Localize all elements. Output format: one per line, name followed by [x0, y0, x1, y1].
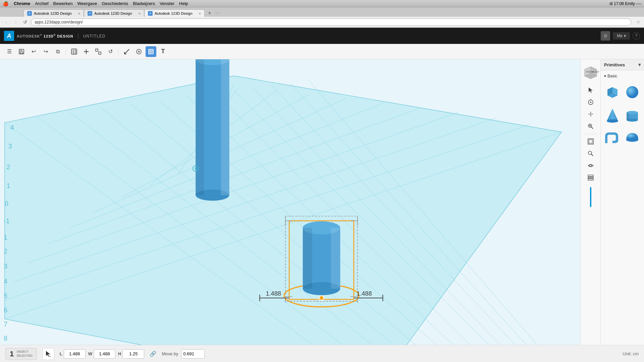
view-accent-bar [590, 187, 591, 207]
svg-marker-134 [46, 351, 50, 357]
copy-button[interactable]: ⧉ [52, 46, 63, 57]
view-controls: FRONT RIGHT [580, 59, 600, 345]
tab-close-3[interactable]: × [199, 11, 201, 15]
tab-3[interactable]: A Autodesk 123D Design × [144, 9, 205, 17]
svg-text:3: 3 [8, 142, 12, 150]
svg-point-133 [626, 138, 638, 142]
menu-help[interactable]: Help [179, 1, 188, 6]
mac-menubar: 🍎 Chrome Archief Bewerken Weergave Gesch… [0, 0, 644, 7]
undo-button[interactable]: ↩ [28, 46, 39, 57]
viewport[interactable]: 4 3 2 1 0 -1 1 2 3 4 5 6 7 8 9 10 [0, 59, 580, 345]
view-search-button[interactable] [585, 148, 596, 159]
select-tool-button[interactable] [585, 85, 596, 96]
menu-venster[interactable]: Venster [160, 1, 174, 6]
svg-point-109 [590, 102, 591, 103]
help-button[interactable]: ? [633, 32, 640, 40]
svg-marker-127 [607, 109, 618, 121]
app-header: A AUTODESK® 123D® DESIGN | UNTITLED ⚙ Me… [0, 28, 644, 44]
url-bar[interactable]: apps.123dapp.com/design/ [31, 18, 631, 26]
menu-button[interactable]: ☰ [4, 46, 15, 57]
tab-close-2[interactable]: × [139, 11, 141, 15]
svg-text:8: 8 [4, 335, 7, 342]
pan-button[interactable] [585, 109, 596, 120]
primitives-title: Primitives [604, 62, 625, 67]
snap-button[interactable] [93, 46, 104, 57]
height-field: H [118, 349, 144, 359]
back-button[interactable]: ‹ [3, 18, 10, 26]
menu-bewerken[interactable]: Bewerken [53, 1, 73, 6]
reload-button[interactable]: ↺ [21, 18, 29, 26]
tab-favicon-3: A [148, 11, 153, 16]
redo-button[interactable]: ↪ [40, 46, 51, 57]
add-shape-button[interactable] [81, 46, 92, 57]
primitive-hemisphere[interactable] [623, 127, 642, 149]
svg-text:7: 7 [4, 320, 7, 328]
tab-title-3: Autodesk 123D Design [155, 11, 197, 15]
selected-count: 1 [10, 350, 14, 358]
zoom-button[interactable] [585, 121, 596, 132]
svg-text:2: 2 [4, 247, 7, 255]
primitive-cone[interactable] [603, 104, 622, 126]
tab-title-2: Autodesk 123D Design [94, 11, 137, 15]
svg-text:1.488: 1.488 [357, 290, 372, 297]
primitives-collapse-icon[interactable]: ▾ [638, 62, 641, 67]
view-cube[interactable]: FRONT RIGHT [581, 62, 600, 81]
primitive-sphere[interactable] [623, 81, 642, 103]
grid-button[interactable] [69, 46, 79, 57]
material-button[interactable] [133, 46, 144, 57]
h-label: H [118, 351, 121, 356]
viewport-svg: 4 3 2 1 0 -1 1 2 3 4 5 6 7 8 9 10 [0, 59, 580, 345]
tab-1[interactable]: A Autodesk 123D Design × [23, 9, 84, 17]
tab-close-1[interactable]: × [78, 11, 80, 15]
w-label: W [88, 351, 92, 356]
menu-bladwijzers[interactable]: Bladwijzers [133, 1, 155, 6]
user-button[interactable]: Me ▾ [613, 32, 630, 40]
forward-button[interactable]: › [12, 18, 19, 26]
system-status: di 17:08 Emily ---- [609, 1, 641, 6]
primitive-torus[interactable] [603, 127, 622, 149]
status-bar: 1 OBJECT SELECTED L W H [0, 345, 644, 362]
svg-rect-82 [331, 228, 340, 289]
refresh-button[interactable]: ↺ [105, 46, 116, 57]
selected-label-line1: OBJECT [16, 350, 33, 354]
width-input[interactable] [94, 349, 115, 359]
object-selected-badge: 1 OBJECT SELECTED [5, 348, 37, 360]
text-button[interactable]: T [158, 46, 168, 57]
menu-chrome[interactable]: Chrome [14, 1, 30, 6]
settings-button[interactable]: ⚙ [601, 31, 610, 41]
menu-geschiedenis[interactable]: Geschiedenis [102, 1, 128, 6]
bookmark-icon[interactable]: ☆ [635, 19, 641, 25]
height-input[interactable] [122, 349, 144, 359]
transform-button[interactable] [121, 46, 132, 57]
orbit-button[interactable] [585, 97, 596, 108]
autodesk-logo-icon: A [4, 31, 14, 41]
link-dimensions-icon[interactable]: 🔗 [150, 351, 156, 357]
title-separator: | [77, 33, 79, 39]
save-button[interactable] [16, 46, 27, 57]
primitive-cylinder[interactable] [623, 104, 642, 126]
apple-menu[interactable]: 🍎 [3, 1, 8, 6]
solid-button[interactable] [146, 46, 156, 57]
basic-section-header[interactable]: ▾ Basic [601, 72, 644, 80]
move-by-label: Move by [162, 351, 178, 356]
eye-button[interactable] [585, 160, 596, 171]
tab-drag-handle[interactable]: ⋯ [214, 9, 221, 17]
layer-button[interactable] [585, 172, 596, 183]
toolbar: ☰ ↩ ↪ ⧉ ↺ T [0, 44, 644, 59]
fit-screen-button[interactable] [585, 136, 596, 147]
svg-text:5: 5 [4, 292, 7, 299]
primitive-box[interactable] [603, 81, 622, 103]
svg-rect-115 [588, 139, 593, 144]
length-input[interactable] [64, 349, 86, 359]
tab-2[interactable]: A Autodesk 123D Design × [84, 9, 144, 17]
svg-point-16 [138, 51, 140, 53]
tab-favicon-2: A [88, 11, 92, 16]
menu-weergave[interactable]: Weergave [77, 1, 97, 6]
menu-archief[interactable]: Archief [35, 1, 48, 6]
svg-point-100 [195, 168, 197, 170]
user-label: Me [617, 34, 623, 38]
new-tab-button[interactable]: + [206, 9, 213, 17]
svg-point-126 [626, 86, 638, 98]
move-by-input[interactable] [181, 349, 205, 359]
svg-rect-116 [589, 140, 592, 143]
